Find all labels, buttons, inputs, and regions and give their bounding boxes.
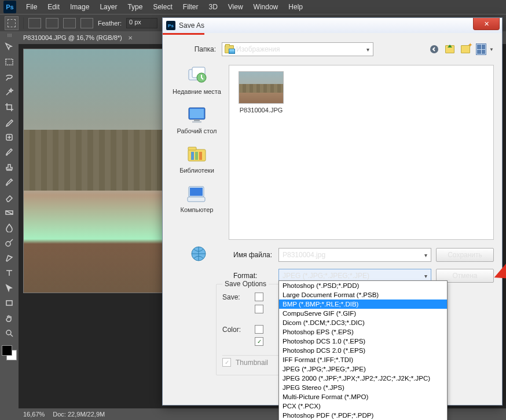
type-tool-icon[interactable] [2, 266, 16, 279]
file-item[interactable]: P8310004.JPG [235, 71, 287, 114]
pictures-folder-icon [225, 45, 234, 53]
menu-3d[interactable]: 3D [203, 0, 222, 14]
format-dropdown-list[interactable]: Photoshop (*.PSD;*.PDD)Large Document Fo… [278, 280, 448, 420]
filename-input[interactable]: P8310004.jpg [278, 248, 431, 262]
menu-edit[interactable]: Edit [42, 0, 65, 14]
stamp-tool-icon[interactable] [2, 161, 16, 174]
format-option[interactable]: CompuServe GIF (*.GIF) [279, 309, 447, 318]
place-libraries[interactable]: Библиотеки [179, 144, 214, 174]
menu-type[interactable]: Type [122, 0, 148, 14]
color-chk-2[interactable]: ✓ [255, 337, 263, 346]
nav-view-dropdown-icon[interactable]: ▼ [489, 47, 494, 52]
close-tab-icon[interactable]: ✕ [128, 35, 133, 41]
save-button[interactable]: Сохранить [436, 248, 494, 262]
menu-select[interactable]: Select [148, 0, 177, 14]
pen-tool-icon[interactable] [2, 251, 16, 264]
file-list[interactable]: P8310004.JPG [229, 65, 494, 240]
selection-mode-subtract[interactable] [63, 18, 76, 28]
save-chk-2[interactable] [255, 305, 263, 313]
crop-tool-icon[interactable] [2, 101, 16, 114]
selection-mode-intersect[interactable] [80, 18, 93, 28]
folder-combo[interactable]: Изображения [222, 42, 373, 56]
place-desktop[interactable]: Рабочий стол [177, 104, 217, 134]
format-option[interactable]: Large Document Format (*.PSB) [279, 290, 447, 300]
zoom-tool-icon[interactable] [2, 327, 16, 339]
marquee-tool-icon[interactable] [2, 56, 16, 68]
status-zoom[interactable]: 16,67% [23, 411, 45, 418]
format-option[interactable]: BMP (*.BMP;*.RLE;*.DIB) [279, 300, 447, 309]
menu-layer[interactable]: Layer [94, 0, 122, 14]
place-label: Рабочий стол [177, 127, 217, 134]
format-option[interactable]: Multi-Picture Format (*.MPO) [279, 392, 447, 401]
document-tab-title: P8310004.JPG @ 16,7% (RGB/8*) [23, 34, 122, 41]
format-option[interactable]: JPEG 2000 (*.JPF;*.JPX;*.JP2;*.J2C;*.J2K… [279, 374, 447, 383]
svg-point-5 [6, 330, 11, 335]
format-option[interactable]: IFF Format (*.IFF;*.TDI) [279, 355, 447, 364]
menu-filter[interactable]: Filter [178, 0, 204, 14]
menu-view[interactable]: View [223, 0, 248, 14]
network-globe-icon [188, 244, 211, 265]
color-chk-1[interactable] [255, 325, 263, 334]
nav-view-icon[interactable] [476, 44, 486, 54]
app-logo: Ps [3, 1, 16, 13]
lasso-tool-icon[interactable] [2, 71, 16, 83]
path-select-tool-icon[interactable] [2, 282, 16, 294]
place-label: Недавние места [173, 88, 221, 95]
format-option[interactable]: Photoshop EPS (*.EPS) [279, 327, 447, 337]
dialog-app-icon: Ps [166, 21, 175, 30]
dialog-close-button[interactable]: ✕ [473, 18, 500, 30]
format-option[interactable]: Photoshop (*.PSD;*.PDD) [279, 281, 447, 290]
svg-rect-20 [190, 188, 203, 196]
healing-brush-tool-icon[interactable] [2, 131, 16, 144]
svg-rect-15 [188, 147, 196, 150]
format-option[interactable]: Photoshop DCS 2.0 (*.EPS) [279, 346, 447, 355]
selection-mode-add[interactable] [46, 18, 58, 28]
status-doc-size: Doc: 22,9M/22,9M [53, 411, 105, 418]
magic-wand-tool-icon[interactable] [2, 86, 16, 98]
menu-file[interactable]: File [21, 0, 42, 14]
format-combo-value: JPEG (*.JPG;*.JPEG;*.JPE) [283, 272, 369, 280]
move-tool-icon[interactable] [2, 41, 16, 53]
svg-rect-4 [6, 301, 12, 305]
shape-tool-icon[interactable] [2, 297, 16, 309]
svg-rect-17 [195, 152, 198, 160]
color-swatches[interactable] [2, 345, 17, 360]
format-option[interactable]: Photoshop PDF (*.PDF;*.PDP) [279, 411, 447, 420]
folder-combo-value: Изображения [236, 45, 280, 53]
menu-window[interactable]: Window [248, 0, 284, 14]
image-canvas [23, 49, 163, 293]
place-computer[interactable]: Компьютер [181, 183, 214, 213]
svg-rect-0 [6, 59, 13, 65]
nav-back-icon[interactable] [429, 44, 439, 54]
panel-grip[interactable] [1, 34, 17, 38]
place-recent[interactable]: Недавние места [173, 65, 221, 95]
format-option[interactable]: JPEG (*.JPG;*.JPEG;*.JPE) [279, 364, 447, 374]
selection-mode-new[interactable] [28, 18, 41, 28]
current-tool-preview[interactable] [5, 16, 19, 30]
dialog-titlebar[interactable]: Ps Save As [163, 18, 502, 33]
history-brush-tool-icon[interactable] [2, 176, 16, 189]
gradient-tool-icon[interactable] [2, 206, 16, 219]
format-option[interactable]: Photoshop DCS 1.0 (*.EPS) [279, 337, 447, 346]
svg-rect-11 [190, 109, 204, 118]
format-option[interactable]: Dicom (*.DCM;*.DC3;*.DIC) [279, 318, 447, 327]
menu-help[interactable]: Help [283, 0, 308, 14]
feather-input[interactable]: 0 px [126, 18, 157, 28]
thumbnail-checkbox: ✓ [222, 358, 231, 367]
save-row-label: Save: [222, 293, 250, 301]
save-chk-1[interactable] [255, 293, 263, 301]
eraser-tool-icon[interactable] [2, 191, 16, 204]
hand-tool-icon[interactable] [2, 312, 16, 324]
nav-newfolder-icon[interactable] [460, 44, 471, 54]
nav-up-icon[interactable] [445, 44, 455, 54]
eyedropper-tool-icon[interactable] [2, 116, 16, 129]
menu-image[interactable]: Image [65, 0, 94, 14]
brush-tool-icon[interactable] [2, 146, 16, 159]
thumbnail-label: Thumbnail [236, 359, 268, 367]
blur-tool-icon[interactable] [2, 221, 16, 234]
format-option[interactable]: PCX (*.PCX) [279, 401, 447, 411]
dodge-tool-icon[interactable] [2, 236, 16, 249]
format-option[interactable]: JPEG Stereo (*.JPS) [279, 383, 447, 392]
separator [23, 17, 24, 29]
photoshop-window: Ps FileEditImageLayerTypeSelectFilter3DV… [0, 0, 506, 420]
